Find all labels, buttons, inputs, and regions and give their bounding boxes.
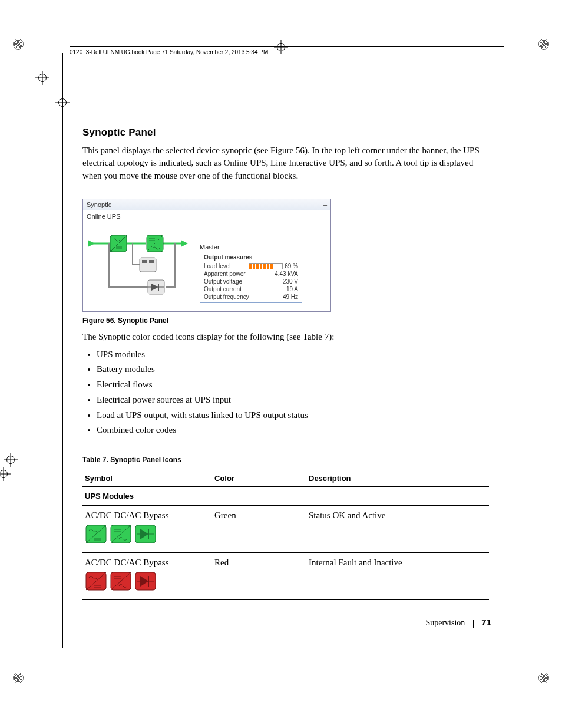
table-caption: Table 7. Synoptic Panel Icons	[82, 456, 489, 464]
output-tooltip: Output measures Load level 69 % Apparent…	[200, 252, 302, 303]
svg-rect-10	[140, 258, 156, 272]
desc-cell: Internal Fault and Inactive	[306, 553, 489, 600]
list-item: Battery modules	[97, 363, 489, 376]
symbol-icons-green	[85, 524, 210, 548]
section-title: Synoptic Panel	[82, 127, 489, 139]
list-item: Electrical flows	[97, 378, 489, 391]
svg-marker-0	[88, 240, 95, 247]
bypass-icon	[148, 280, 164, 294]
icons-table: Symbol Color Description UPS Modules AC/…	[82, 470, 489, 600]
tip-label: Output frequency	[204, 294, 249, 300]
list-item: Electrical power sources at UPS input	[97, 394, 489, 407]
svg-marker-1	[181, 240, 188, 247]
synoptic-panel: Synoptic – Online UPS	[82, 199, 331, 312]
tip-value: 19 A	[286, 286, 298, 292]
tip-label: Apparent power	[204, 271, 246, 277]
battery-icon	[140, 258, 156, 272]
list-item: Load at UPS output, with status linked t…	[97, 409, 489, 422]
symbol-text: AC/DC DC/AC Bypass	[85, 510, 210, 521]
list-item: UPS modules	[97, 348, 489, 361]
panel-title-text: Synoptic	[87, 201, 111, 208]
symbol-text: AC/DC DC/AC Bypass	[85, 558, 210, 568]
tooltip-title: Output measures	[200, 252, 302, 262]
chapter-name: Supervision	[425, 618, 465, 627]
load-bar-icon	[249, 263, 283, 269]
page-content: Synoptic Panel This panel displays the s…	[82, 127, 489, 600]
bullet-list: UPS modules Battery modules Electrical f…	[97, 348, 489, 437]
desc-cell: Status OK and Active	[306, 506, 489, 553]
collapse-icon[interactable]: –	[323, 201, 327, 208]
color-cell: Green	[212, 506, 306, 553]
color-cell: Red	[212, 553, 306, 600]
symbol-icons-red	[85, 571, 210, 595]
tip-value: 4.43 kVA	[275, 271, 298, 277]
figure-56: Synoptic – Online UPS	[82, 199, 489, 325]
col-desc: Description	[306, 470, 489, 487]
tip-label: Output voltage	[204, 278, 242, 285]
dcac-icon	[147, 235, 163, 252]
table-row: AC/DC DC/AC Bypass Red Internal Fault an…	[82, 553, 489, 600]
svg-rect-11	[142, 260, 147, 263]
tip-label: Output current	[204, 286, 242, 292]
list-item: Combined color codes	[97, 424, 489, 437]
col-color: Color	[212, 470, 306, 487]
tip-label: Load level	[204, 263, 231, 269]
header-running-line: 0120_3-Dell ULNM UG.book Page 71 Saturda…	[70, 49, 268, 55]
page-footer: Supervision 71	[425, 617, 491, 628]
sub-header: UPS Modules	[82, 487, 489, 506]
after-figure-text: The Synoptic color coded icons display f…	[82, 331, 489, 343]
tip-value: 230 V	[283, 278, 298, 285]
table-row: AC/DC DC/AC Bypass Green Status OK and A…	[82, 506, 489, 553]
tip-value: 49 Hz	[283, 294, 298, 300]
col-symbol: Symbol	[82, 470, 212, 487]
topology-label: Online UPS	[87, 213, 327, 220]
figure-caption: Figure 56. Synoptic Panel	[82, 317, 489, 325]
page-number: 71	[481, 617, 491, 627]
topology-diagram	[87, 223, 204, 300]
svg-rect-12	[149, 260, 154, 263]
acdc-icon	[110, 235, 127, 252]
section-intro: This panel displays the selected device …	[82, 144, 489, 182]
master-label: Master	[200, 243, 302, 251]
tip-value: 69 %	[285, 263, 298, 269]
